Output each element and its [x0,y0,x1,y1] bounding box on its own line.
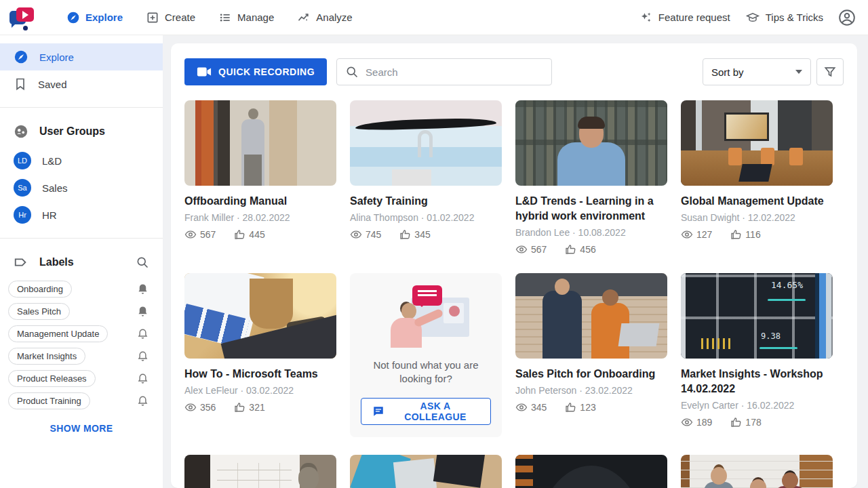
user-groups-header: User Groups [0,117,163,147]
main-nav: Explore Create Manage Analyze [57,5,362,30]
video-card[interactable]: How To - Microsoft Teams Alex LeFleur · … [184,273,336,437]
video-thumbnail[interactable] [515,100,667,186]
video-thumbnail[interactable] [515,273,667,359]
label-chip-market-insights[interactable]: Market Insights [8,348,85,365]
label-row: Onboarding [0,278,163,300]
labels-header: Labels [0,248,163,278]
video-meta: John Peterson · 23.02.2022 [515,385,667,396]
video-title: Global Management Update [681,194,833,209]
sidebar: Explore Saved User Groups LD L&D Sa Sale… [0,35,163,488]
logo-dot [23,26,28,30]
likes-count: 123 [580,402,595,413]
video-camera-icon [197,66,212,77]
video-card[interactable]: L&D Trends - Learning in a hybrid work e… [515,100,667,256]
bell-outline-icon[interactable] [136,327,149,340]
label-tag-icon [14,255,28,270]
video-title: Market Insights - Workshop 14.02.2022 [681,367,833,396]
nav-create[interactable]: Create [136,5,205,30]
likes-count: 345 [414,229,430,240]
toolbar: QUICK RECORDING Sort by [184,58,844,85]
video-card[interactable]: Sales Pitch for Onboarding John Peterson… [515,273,667,437]
bell-filled-icon[interactable] [136,305,149,318]
top-bar: Explore Create Manage Analyze Feature [0,0,868,35]
bell-outline-icon[interactable] [136,372,149,385]
video-thumbnail[interactable] [184,100,336,186]
quick-recording-button[interactable]: QUICK RECORDING [184,58,327,85]
video-meta: Alina Thompson · 01.02.2022 [350,212,502,223]
video-card[interactable]: Global Management Update Susan Dwight · … [681,100,833,256]
compass-icon [66,11,80,24]
nav-explore[interactable]: Explore [57,5,132,30]
tips-tricks-link[interactable]: Tips & Tricks [745,11,823,24]
label-row: Market Insights [0,345,163,367]
search-box [336,58,552,85]
video-title: Offboarding Manual [184,194,336,209]
label-chip-product-releases[interactable]: Product Releases [8,370,96,387]
bell-outline-icon[interactable] [136,394,149,407]
tips-tricks-label: Tips & Tricks [766,12,823,23]
video-card[interactable] [681,455,833,488]
video-thumbnail[interactable] [515,455,667,488]
video-thumbnail[interactable]: 14.65% 9.38 [681,273,833,359]
sidebar-item-saved[interactable]: Saved [0,70,163,98]
quick-recording-label: QUICK RECORDING [218,66,315,77]
views-count: 189 [696,417,712,428]
views-eye-icon [184,228,197,241]
ask-colleague-button-label: ASK A COLLEAGUE [391,401,479,422]
video-thumbnail[interactable] [184,455,336,488]
sidebar-saved-label: Saved [38,79,67,90]
label-chip-management-update[interactable]: Management Update [8,325,108,342]
label-row: Product Training [0,390,163,412]
dashboard-metric: 14.65% [771,280,803,290]
video-thumbnail[interactable] [184,273,336,359]
views-count: 356 [200,402,216,413]
video-title: Safety Training [350,194,502,209]
app-logo[interactable] [7,4,38,31]
filter-button[interactable] [816,58,844,85]
views-eye-icon [515,243,528,256]
views-eye-icon [515,401,528,413]
bookmark-icon [14,77,27,92]
label-chip-product-training[interactable]: Product Training [8,392,90,409]
search-input[interactable] [366,66,543,78]
video-thumbnail[interactable] [681,100,833,186]
ask-colleague-button[interactable]: ASK A COLLEAGUE [361,398,491,425]
dashboard-metric: 9.38 [761,331,781,341]
avatar: LD [14,152,31,169]
video-thumbnail[interactable] [681,455,833,488]
label-chip-onboarding[interactable]: Onboarding [8,281,72,298]
likes-thumb-icon [564,401,576,413]
sidebar-divider [0,107,163,108]
video-card[interactable]: 14.65% 9.38 Market Insights - Workshop 1… [681,273,833,437]
label-chip-sales-pitch[interactable]: Sales Pitch [8,303,70,320]
video-stats: 189 178 [681,416,833,428]
likes-thumb-icon [564,243,576,256]
labels-search-icon[interactable] [136,256,149,269]
video-card[interactable] [515,455,667,488]
video-title: How To - Microsoft Teams [184,367,336,382]
views-eye-icon [681,416,693,428]
sidebar-group-hr[interactable]: Hr HR [0,201,163,228]
video-card[interactable]: Offboarding Manual Frank Miller · 28.02.… [184,100,336,256]
bell-filled-icon[interactable] [136,283,149,296]
video-thumbnail[interactable] [350,455,502,488]
user-groups-icon [14,124,28,139]
sidebar-group-sales[interactable]: Sa Sales [0,174,163,201]
nav-manage[interactable]: Manage [209,5,283,30]
video-card[interactable] [184,455,336,488]
likes-thumb-icon [730,416,742,428]
bell-outline-icon[interactable] [136,350,149,363]
avatar: Hr [14,206,31,224]
show-more-button[interactable]: SHOW MORE [50,423,113,434]
video-thumbnail[interactable] [350,100,502,186]
video-stats: 127 116 [681,228,833,241]
sort-by-select[interactable]: Sort by [703,58,811,85]
nav-analyze[interactable]: Analyze [288,5,361,30]
video-card[interactable] [350,455,502,488]
video-card[interactable]: Safety Training Alina Thompson · 01.02.2… [350,100,502,256]
sidebar-group-ld[interactable]: LD L&D [0,147,163,174]
avatar: Sa [14,179,31,197]
sidebar-item-explore[interactable]: Explore [0,43,163,70]
feature-request-link[interactable]: Feature request [639,11,730,24]
profile-avatar-icon[interactable] [838,9,856,26]
